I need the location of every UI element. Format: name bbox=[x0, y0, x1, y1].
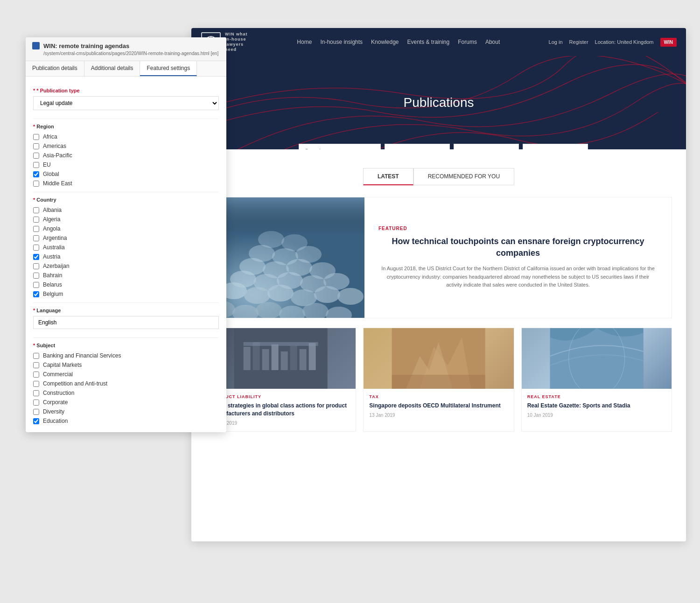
subject-competition: Competition and Anti-trust bbox=[33, 379, 219, 388]
region-americas: Americas bbox=[33, 141, 219, 151]
card-1-title: Local strategies in global class actions… bbox=[211, 402, 350, 418]
country-austria-checkbox[interactable] bbox=[33, 254, 39, 260]
dla-hero: Publications Country: United Kingdom Reg… bbox=[191, 56, 686, 149]
region-eu: EU bbox=[33, 160, 219, 169]
country-label: * Country bbox=[33, 197, 219, 203]
svg-rect-33 bbox=[244, 347, 251, 370]
nav-location: Location: United Kingdom bbox=[595, 39, 654, 45]
tab-latest[interactable]: LATEST bbox=[363, 168, 413, 185]
region-africa-checkbox[interactable] bbox=[33, 134, 39, 140]
subject-form-label: * Subject bbox=[33, 343, 219, 348]
country-azerbaijan: Azerbaijan bbox=[33, 261, 219, 271]
card-2-date: 13 Jan 2019 bbox=[369, 413, 508, 418]
country-algeria-checkbox[interactable] bbox=[33, 217, 39, 223]
nav-forums[interactable]: Forums bbox=[458, 39, 477, 45]
country-belarus-checkbox[interactable] bbox=[33, 282, 39, 288]
card-3-image bbox=[522, 328, 672, 389]
tab-recommended[interactable]: RECOMMENDED FOR YOU bbox=[413, 168, 514, 185]
country-argentina: Argentina bbox=[33, 233, 219, 243]
divider-2 bbox=[33, 192, 219, 192]
card-1-content: PRODUCT LIABILITY Local strategies in gl… bbox=[206, 389, 356, 431]
subject-banking-checkbox[interactable] bbox=[33, 353, 39, 359]
region-label: * Region bbox=[33, 124, 219, 129]
cms-path: /system/central-cms/publications/pages/2… bbox=[32, 51, 220, 56]
country-albania-checkbox[interactable] bbox=[33, 207, 39, 213]
dla-navbar: WIN what in-house lawyers need Home In-h… bbox=[191, 28, 686, 56]
subject-capital-markets-checkbox[interactable] bbox=[33, 362, 39, 368]
cms-titlebar: WIN: remote training agendas /system/cen… bbox=[26, 37, 226, 61]
region-middle-east-checkbox[interactable] bbox=[33, 181, 39, 187]
country-bahrain: Bahrain bbox=[33, 271, 219, 280]
region-dropdown[interactable]: Region: Europe bbox=[454, 144, 519, 149]
featured-image bbox=[206, 197, 364, 318]
card-2-image bbox=[364, 328, 513, 389]
tab-publication-details[interactable]: Publication details bbox=[26, 61, 84, 76]
country-bahrain-checkbox[interactable] bbox=[33, 273, 39, 279]
country-albania: Albania bbox=[33, 205, 219, 215]
subject-checkboxes: Banking and Financial Services Capital M… bbox=[33, 351, 219, 426]
publication-type-select[interactable]: Legal update bbox=[33, 96, 219, 110]
subject-corporate-checkbox[interactable] bbox=[33, 400, 39, 406]
dla-nav-right: Log in Register Location: United Kingdom… bbox=[549, 38, 677, 47]
card-3-title: Real Estate Gazette: Sports and Stadia bbox=[527, 402, 666, 410]
nav-home[interactable]: Home bbox=[297, 39, 312, 45]
card-2-title: Singapore deposits OECD Multilateral Ins… bbox=[369, 402, 508, 410]
region-global-checkbox[interactable] bbox=[33, 171, 39, 177]
language-label: * Language bbox=[33, 308, 219, 313]
subject-banking: Banking and Financial Services bbox=[33, 351, 219, 360]
hero-title: Publications bbox=[404, 95, 474, 110]
cms-form: * * Publication type Legal update * Regi… bbox=[26, 77, 226, 432]
language-input[interactable] bbox=[33, 316, 219, 329]
country-austria: Austria bbox=[33, 252, 219, 261]
country-belgium-checkbox[interactable] bbox=[33, 291, 39, 297]
subject-education-checkbox[interactable] bbox=[33, 418, 39, 424]
featured-title: How technical touchpoints can ensnare fo… bbox=[378, 236, 658, 259]
tab-featured-settings[interactable]: Featured settings bbox=[140, 61, 197, 76]
region-eu-checkbox[interactable] bbox=[33, 162, 39, 168]
nav-knowledge[interactable]: Knowledge bbox=[371, 39, 399, 45]
country-checkboxes: Albania Algeria Angola Argentina Austral… bbox=[33, 205, 219, 299]
nav-register[interactable]: Register bbox=[569, 39, 588, 45]
svg-rect-35 bbox=[262, 349, 269, 370]
dla-nav-links: Home In-house insights Knowledge Events … bbox=[297, 39, 500, 45]
svg-rect-31 bbox=[206, 197, 364, 235]
subject-commercial-checkbox[interactable] bbox=[33, 372, 39, 378]
nav-events[interactable]: Events & training bbox=[407, 39, 450, 45]
cms-title-row: WIN: remote training agendas bbox=[32, 42, 220, 49]
nav-inhouse[interactable]: In-house insights bbox=[320, 39, 363, 45]
publications-search[interactable] bbox=[299, 144, 381, 149]
card-1-image bbox=[206, 328, 356, 389]
country-dropdown[interactable]: Country: United Kingdom bbox=[385, 144, 450, 149]
country-argentina-checkbox[interactable] bbox=[33, 235, 39, 241]
card-1: PRODUCT LIABILITY Local strategies in gl… bbox=[205, 328, 356, 432]
tab-additional-details[interactable]: Additional details bbox=[84, 61, 140, 76]
card-3: REAL ESTATE Real Estate Gazette: Sports … bbox=[521, 328, 672, 432]
article-cards: PRODUCT LIABILITY Local strategies in gl… bbox=[205, 328, 672, 432]
country-azerbaijan-checkbox[interactable] bbox=[33, 263, 39, 269]
country-australia-checkbox[interactable] bbox=[33, 245, 39, 251]
cms-title: WIN: remote training agendas bbox=[43, 42, 129, 49]
card-1-category: PRODUCT LIABILITY bbox=[211, 394, 350, 399]
nav-login[interactable]: Log in bbox=[549, 39, 563, 45]
region-americas-checkbox[interactable] bbox=[33, 143, 39, 149]
divider-1 bbox=[33, 119, 219, 119]
country-angola-checkbox[interactable] bbox=[33, 226, 39, 232]
subject-dropdown[interactable]: Subject: All bbox=[523, 144, 588, 149]
region-asia-pacific-checkbox[interactable] bbox=[33, 153, 39, 159]
svg-rect-37 bbox=[281, 351, 288, 370]
subject-diversity-checkbox[interactable] bbox=[33, 409, 39, 415]
subject-corporate: Corporate bbox=[33, 398, 219, 407]
country-algeria: Algeria bbox=[33, 215, 219, 224]
country-angola: Angola bbox=[33, 224, 219, 233]
subject-construction-checkbox[interactable] bbox=[33, 390, 39, 396]
region-africa: Africa bbox=[33, 132, 219, 141]
nav-about[interactable]: About bbox=[485, 39, 500, 45]
subject-capital-markets: Capital Markets bbox=[33, 360, 219, 370]
divider-3 bbox=[33, 302, 219, 303]
svg-rect-39 bbox=[300, 349, 307, 370]
subject-competition-checkbox[interactable] bbox=[33, 381, 39, 387]
card-2-content: TAX Singapore deposits OECD Multilateral… bbox=[364, 389, 513, 423]
cms-icon bbox=[32, 42, 40, 49]
svg-rect-34 bbox=[253, 342, 260, 370]
card-3-content: REAL ESTATE Real Estate Gazette: Sports … bbox=[522, 389, 672, 423]
